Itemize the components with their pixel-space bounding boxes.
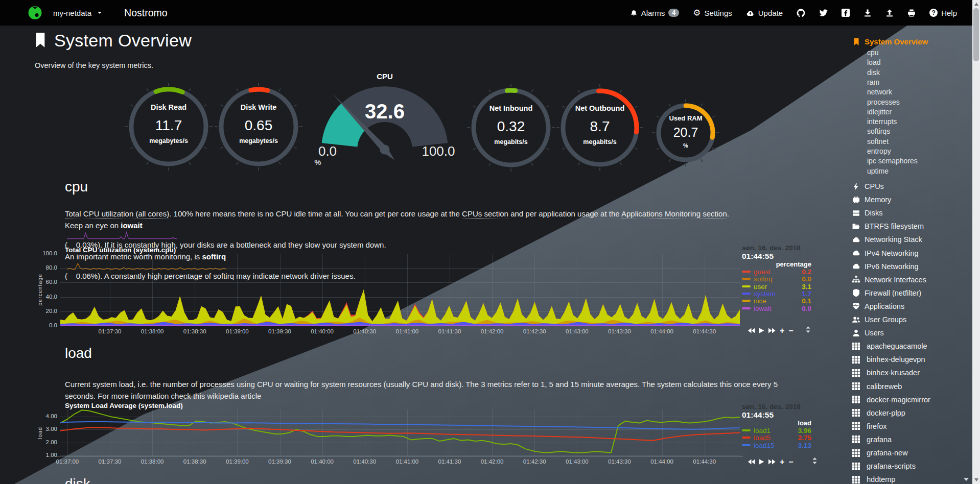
sidebar-item-hddtemp[interactable]: hddtemp xyxy=(852,475,895,483)
gauge-net-inbound[interactable]: Net Inbound0.32megabits/s xyxy=(466,83,556,173)
download-icon[interactable] xyxy=(864,9,872,17)
sidebar-item-idlejitter[interactable]: idlejitter xyxy=(867,108,892,116)
sidebar-item-users[interactable]: Users xyxy=(852,329,884,337)
sidebar-item-docker-plpp[interactable]: docker-plpp xyxy=(852,409,905,417)
sidebar-item-processes[interactable]: processes xyxy=(867,98,900,106)
chart-load-canvas[interactable] xyxy=(60,409,740,456)
x-tick-label: 01:39:30 xyxy=(264,458,296,465)
my-netdata-menu[interactable]: my-netdata xyxy=(53,9,102,17)
pan-backward-button[interactable] xyxy=(748,328,755,333)
sidebar-item-btrfs-filesystem[interactable]: BTRFS filesystem xyxy=(852,222,924,230)
legend-cpu-iowait[interactable]: iowait 0.0 xyxy=(742,305,811,312)
legend-cpu-softirq[interactable]: softirq 0.0 xyxy=(742,275,811,282)
gauge-disk-write[interactable]: Disk Write0.65megabytes/s xyxy=(214,82,304,172)
sidebar-item-firefox[interactable]: firefox xyxy=(852,422,887,430)
pan-backward-button[interactable] xyxy=(748,459,755,465)
pan-forward-button[interactable] xyxy=(768,328,776,333)
legend-load-load5[interactable]: load5 2.75 xyxy=(742,434,811,441)
legend-value: 0.1 xyxy=(802,297,811,305)
settings-button[interactable]: ⚙ Settings xyxy=(693,9,732,17)
play-button[interactable] xyxy=(759,328,764,333)
legend-cpu-nice[interactable]: nice 0.1 xyxy=(742,297,811,304)
sidebar-item-system-overview[interactable]: System Overview xyxy=(853,37,928,46)
sidebar-item-binhex-krusader[interactable]: binhex-krusader xyxy=(852,369,920,377)
sidebar-item-ram[interactable]: ram xyxy=(867,78,879,86)
sidebar-item-binhex-delugevpn[interactable]: binhex-delugevpn xyxy=(852,355,925,364)
sidebar-item-docker-magicmirror[interactable]: docker-magicmirror xyxy=(852,396,930,404)
y-tick-label: 60.0 xyxy=(35,279,57,285)
gauge-value: 11.7 xyxy=(124,117,214,134)
update-button[interactable]: Update xyxy=(746,9,783,17)
sidebar-item-grafana-scripts[interactable]: grafana-scripts xyxy=(852,462,916,470)
chart-cpu-units-header: percentage xyxy=(742,260,811,268)
sidebar-item-softirqs[interactable]: softirqs xyxy=(867,127,890,135)
sidebar-item-disk[interactable]: disk xyxy=(867,68,880,77)
sidebar-item-calibreweb[interactable]: calibreweb xyxy=(852,382,902,391)
twitter-icon[interactable] xyxy=(819,9,828,17)
chart-cpu-canvas[interactable] xyxy=(60,254,740,326)
sidebar-item-cpu[interactable]: cpu xyxy=(867,49,879,57)
upload-icon[interactable] xyxy=(885,9,894,17)
sidebar-item-grafana[interactable]: grafana xyxy=(852,435,892,444)
legend-cpu-user[interactable]: user 3.1 xyxy=(742,283,811,290)
my-netdata-label: my-netdata xyxy=(53,9,91,17)
print-icon[interactable] xyxy=(907,9,916,17)
sidebar-item-network[interactable]: network xyxy=(867,88,892,96)
pan-forward-button[interactable] xyxy=(768,459,776,465)
zoom-in-button[interactable]: + xyxy=(780,328,784,333)
legend-load-load15[interactable]: load15 3.13 xyxy=(742,442,811,449)
scrollbar-up-arrow[interactable] xyxy=(974,3,978,6)
sidebar-item-user-groups[interactable]: User Groups xyxy=(852,316,906,324)
zoom-in-button[interactable]: + xyxy=(780,459,784,465)
x-tick-label: 01:44:30 xyxy=(688,458,721,465)
gauge-value: 20.7 xyxy=(651,125,720,140)
sidebar-item-disks[interactable]: Disks xyxy=(852,209,882,217)
grid-icon xyxy=(852,463,860,470)
x-tick-label: 01:43:00 xyxy=(561,328,593,334)
sidebar-item-uptime[interactable]: uptime xyxy=(867,167,889,175)
legend-load-load1[interactable]: load1 3.96 xyxy=(742,427,811,434)
chart-load-resize-handle[interactable] xyxy=(812,457,818,464)
x-tick-label: 01:38:30 xyxy=(178,328,211,334)
legend-cpu-guest[interactable]: guest 0.2 xyxy=(742,268,811,275)
gauge-disk-read[interactable]: Disk Read11.7megabytes/s xyxy=(124,82,214,172)
sidebar-item-network-interfaces[interactable]: Network Interfaces xyxy=(852,276,926,284)
sidebar-item-ipc-semaphores[interactable]: ipc semaphores xyxy=(867,157,918,165)
hostname-brand[interactable]: Nostromo xyxy=(124,7,168,19)
page-scrollbar[interactable] xyxy=(972,0,980,484)
sidebar-item-applications[interactable]: Applications xyxy=(852,302,904,310)
sidebar-item-label: Network Interfaces xyxy=(865,276,926,284)
sidebar-item-cpus[interactable]: CPUs xyxy=(852,182,884,190)
gauge-net-outbound[interactable]: Net Outbound8.7megabits/s xyxy=(555,83,644,172)
netdata-logo-icon[interactable] xyxy=(28,5,42,20)
legend-cpu-system[interactable]: system 1.7 xyxy=(742,290,811,297)
sidebar-item-softnet[interactable]: softnet xyxy=(867,137,889,146)
help-button[interactable]: ? Help xyxy=(929,9,957,17)
chart-cpu-resize-handle[interactable] xyxy=(805,326,811,333)
sidebar-item-label: Firewall (netfilter) xyxy=(865,289,921,297)
grid-icon xyxy=(852,422,860,430)
sidebar-item-firewall-netfilter-[interactable]: Firewall (netfilter) xyxy=(852,289,921,297)
gauge-used-ram[interactable]: Used RAM20.7% xyxy=(651,98,720,167)
x-tick-label: 01:43:30 xyxy=(603,458,636,465)
legend-dash-icon xyxy=(742,300,751,302)
play-button[interactable] xyxy=(759,459,764,465)
legend-value: 0.2 xyxy=(802,268,811,276)
scrollbar-down-arrow[interactable] xyxy=(974,478,978,481)
sidebar-item-apacheguacamole[interactable]: apacheguacamole xyxy=(852,342,927,350)
zoom-out-button[interactable]: − xyxy=(788,459,793,465)
alarms-button[interactable]: Alarms 4 xyxy=(630,9,680,17)
scrollbar-thumb[interactable] xyxy=(973,8,979,61)
sidebar-item-interrupts[interactable]: interrupts xyxy=(867,117,897,126)
sidebar-item-load[interactable]: load xyxy=(867,58,880,66)
sidebar-item-ipv4-networking[interactable]: IPv4 Networking xyxy=(852,249,919,257)
github-icon[interactable] xyxy=(797,9,805,17)
sidebar-item-memory[interactable]: Memory xyxy=(852,196,891,204)
sidebar-item-grafana-new[interactable]: grafana-new xyxy=(852,449,908,457)
sidebar-item-networking-stack[interactable]: Networking Stack xyxy=(852,235,922,244)
x-tick-label: 01:37:30 xyxy=(94,328,126,334)
zoom-out-button[interactable]: − xyxy=(788,328,793,333)
facebook-icon[interactable] xyxy=(842,9,850,17)
sidebar-item-entropy[interactable]: entropy xyxy=(867,147,891,155)
sidebar-item-ipv6-networking[interactable]: IPv6 Networking xyxy=(852,262,919,271)
